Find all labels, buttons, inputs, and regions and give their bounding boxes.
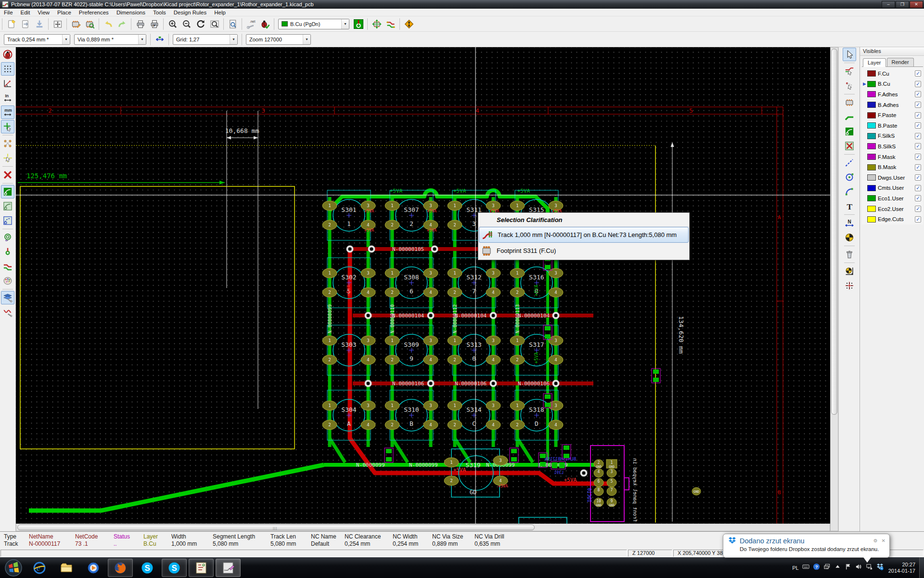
zones-filled-toggle[interactable] <box>1 185 14 198</box>
internet-explorer-taskbar-icon[interactable]: e <box>27 559 52 577</box>
layer-color-swatch[interactable] <box>867 112 876 118</box>
undo-button[interactable] <box>102 17 115 30</box>
delete-tool[interactable] <box>843 248 856 261</box>
help-icon[interactable]: ? <box>813 563 820 572</box>
ratsnest-board-toggle[interactable] <box>1 137 14 150</box>
polar-coords-toggle[interactable] <box>1 77 14 90</box>
drill-origin-tool[interactable] <box>843 264 856 278</box>
save-board-button[interactable] <box>33 17 46 30</box>
layer-row-f.paste[interactable]: F.Paste✓ <box>862 110 923 120</box>
zones-unfilled-toggle[interactable] <box>1 199 14 213</box>
select-tool[interactable] <box>843 48 856 61</box>
layer-row-b.silks[interactable]: B.SilkS✓ <box>862 141 923 152</box>
menu-file[interactable]: File <box>0 10 17 15</box>
find-button[interactable] <box>226 17 239 30</box>
zoom-select[interactable]: Zoom 127000▼ <box>246 34 311 45</box>
layer-row-b.paste[interactable]: B.Paste✓ <box>862 120 923 131</box>
layer-color-swatch[interactable] <box>867 174 876 181</box>
add-line-tool[interactable] <box>843 156 856 170</box>
plot-button[interactable]: P <box>148 17 161 30</box>
layer-row-edge.cuts[interactable]: Edge.Cuts✓ <box>862 214 923 224</box>
vertical-scrollbar[interactable] <box>830 47 838 531</box>
taskbar-clock[interactable]: 20:272014-01-17 <box>888 562 915 574</box>
dropbox-notification[interactable]: Dodano zrzut ekranu ⚙ ✕ Do Twojego folde… <box>723 534 890 558</box>
horizontal-scrollbar[interactable]: ||| <box>16 524 830 531</box>
layer-color-swatch[interactable] <box>867 164 876 171</box>
show-desktop-button[interactable] <box>919 557 924 578</box>
layer-row-b.mask[interactable]: B.Mask✓ <box>862 162 923 172</box>
auto-track-width-button[interactable] <box>153 33 166 46</box>
layer-color-swatch[interactable] <box>867 206 876 212</box>
layer-visibility-checkbox[interactable]: ✓ <box>915 81 921 87</box>
add-footprint-tool[interactable] <box>843 96 856 109</box>
units-inches-toggle[interactable]: In <box>1 91 14 105</box>
layer-color-swatch[interactable] <box>867 143 876 149</box>
layer-row-dwgs.user[interactable]: Dwgs.User✓ <box>862 172 923 183</box>
print-button[interactable] <box>134 17 147 30</box>
pcb-canvas-area[interactable]: 2345AB10,668 mm125,476 mm134,620 mm+5VA+… <box>16 47 838 531</box>
highlight-net-tool[interactable] <box>843 65 856 78</box>
netlist-button[interactable]: .net <box>244 17 257 30</box>
via-layer-pair-button[interactable] <box>352 17 365 30</box>
add-text-tool[interactable]: T <box>843 199 856 213</box>
track-width-select[interactable]: Track 0,254 mm *▼ <box>4 34 70 45</box>
zoom-out-button[interactable] <box>180 17 193 30</box>
add-target-tool[interactable] <box>843 231 856 244</box>
layer-color-swatch[interactable] <box>867 102 876 108</box>
high-contrast-toggle[interactable] <box>1 274 14 288</box>
layer-color-swatch[interactable] <box>867 70 876 77</box>
notification-settings-icon[interactable]: ⚙ <box>873 538 878 543</box>
footprint-mode-button[interactable] <box>370 17 383 30</box>
layer-row-b.cu[interactable]: ▶B.Cu✓ <box>862 79 923 90</box>
redo-button[interactable] <box>116 17 128 30</box>
menu-preferences[interactable]: Preferences <box>75 10 113 15</box>
windows-explorer-taskbar-icon[interactable] <box>54 559 79 577</box>
layer-color-swatch[interactable] <box>867 133 876 139</box>
layer-visibility-checkbox[interactable]: ✓ <box>915 174 921 181</box>
local-ratsnest-tool[interactable] <box>843 79 856 92</box>
drc-button[interactable] <box>258 17 271 30</box>
menu-help[interactable]: Help <box>210 10 230 15</box>
menu-place[interactable]: Place <box>53 10 75 15</box>
add-circle-tool[interactable] <box>843 171 856 184</box>
popup-item-track[interactable]: Track 1,000 mm [N-00000117] on B.Cu Net:… <box>479 227 689 243</box>
layer-visibility-checkbox[interactable]: ✓ <box>915 154 921 160</box>
cursor-shape-toggle[interactable] <box>1 120 14 133</box>
layers-manager-toggle[interactable] <box>1 291 14 304</box>
kicad-pcbnew-taskbar-icon[interactable] <box>216 559 241 577</box>
layer-row-b.adhes[interactable]: B.Adhes✓ <box>862 100 923 110</box>
menu-tools[interactable]: Tools <box>149 10 170 15</box>
dropbox-tray-icon[interactable] <box>876 563 884 572</box>
layer-row-cmts.user[interactable]: Cmts.User✓ <box>862 183 923 194</box>
maximize-button[interactable]: ❐ <box>896 1 909 8</box>
language-indicator[interactable]: PL <box>792 565 798 571</box>
network-icon[interactable] <box>866 563 873 572</box>
window-switch-icon[interactable] <box>823 563 831 572</box>
skype-2-taskbar-icon[interactable]: S <box>162 559 187 577</box>
layer-visibility-checkbox[interactable]: ✓ <box>915 70 921 77</box>
menu-design-rules[interactable]: Design Rules <box>170 10 210 15</box>
tracks-sketch-toggle[interactable] <box>1 260 14 273</box>
layer-row-eco2.user[interactable]: Eco2.User✓ <box>862 204 923 214</box>
vias-sketch-toggle[interactable] <box>1 245 14 259</box>
menu-edit[interactable]: Edit <box>17 10 34 15</box>
zones-outline-toggle[interactable] <box>1 214 14 227</box>
pcb-drawing[interactable]: 2345AB10,668 mm125,476 mm134,620 mm+5VA+… <box>16 47 830 524</box>
tab-render[interactable]: Render <box>887 58 914 66</box>
layer-visibility-checkbox[interactable]: ✓ <box>915 164 921 171</box>
grid-select[interactable]: Grid: 1,27▼ <box>173 34 238 45</box>
media-player-taskbar-icon[interactable] <box>81 559 106 577</box>
footprint-viewer-button[interactable] <box>83 17 96 30</box>
layer-color-swatch[interactable] <box>867 195 876 201</box>
layer-color-swatch[interactable] <box>867 91 876 97</box>
freeroute-button[interactable] <box>402 17 415 30</box>
hidden-icons-arrow[interactable] <box>834 563 841 572</box>
notification-close-icon[interactable]: ✕ <box>882 538 886 543</box>
layer-select[interactable]: B.Cu (PgDn)▼ <box>278 19 349 29</box>
zoom-fit-button[interactable] <box>208 17 221 30</box>
drc-off-toggle[interactable] <box>1 48 14 61</box>
grid-origin-tool[interactable] <box>843 279 856 292</box>
units-mm-toggle[interactable]: mm <box>1 105 14 119</box>
add-track-tool[interactable] <box>843 110 856 124</box>
new-board-button[interactable] <box>5 17 18 30</box>
